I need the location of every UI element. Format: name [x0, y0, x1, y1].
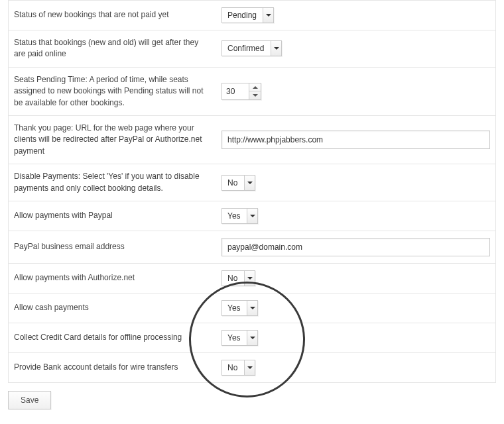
select-value: Yes: [222, 209, 245, 223]
label-allow-cash: Allow cash payments: [9, 293, 217, 323]
label-status-paid: Status that bookings (new and old) will …: [9, 30, 217, 68]
label-seats-pending: Seats Pending Time: A period of time, wh…: [9, 67, 217, 115]
save-button[interactable]: Save: [8, 391, 51, 409]
settings-form: Status of new bookings that are not paid…: [0, 0, 504, 423]
select-collect-cc[interactable]: Yes: [221, 330, 258, 346]
input-paypal-email[interactable]: [221, 238, 490, 256]
chevron-down-icon: [247, 209, 257, 223]
select-disable-payments[interactable]: No: [221, 175, 255, 191]
spinner-buttons[interactable]: [249, 83, 261, 99]
select-bank-wire[interactable]: No: [221, 360, 255, 376]
input-seats-pending[interactable]: 30: [221, 83, 261, 100]
chevron-down-icon: [244, 176, 255, 190]
select-value: No: [222, 176, 241, 190]
chevron-down-icon: [247, 301, 257, 315]
chevron-down-icon: [271, 41, 281, 56]
select-allow-cash[interactable]: Yes: [221, 300, 258, 316]
select-value: Yes: [222, 301, 245, 315]
label-allow-paypal: Allow payments with Paypal: [9, 201, 217, 231]
chevron-down-icon: [247, 331, 257, 345]
label-disable-payments: Disable Payments: Select 'Yes' if you wa…: [9, 164, 217, 201]
label-paypal-email: PayPal business email address: [9, 231, 217, 263]
chevron-up-icon[interactable]: [249, 83, 261, 91]
label-status-unpaid: Status of new bookings that are not paid…: [9, 1, 217, 30]
select-value: No: [222, 360, 241, 375]
chevron-down-icon: [263, 8, 273, 23]
label-bank-wire: Provide Bank account details for wire tr…: [9, 352, 217, 382]
select-allow-paypal[interactable]: Yes: [221, 208, 258, 224]
select-value: Yes: [222, 331, 245, 345]
label-collect-cc: Collect Credit Card details for offline …: [9, 323, 217, 352]
select-value: Confirmed: [222, 41, 268, 56]
chevron-down-icon[interactable]: [249, 91, 261, 99]
select-status-unpaid[interactable]: Pending: [221, 7, 274, 23]
select-status-paid[interactable]: Confirmed: [221, 40, 282, 56]
select-value: No: [222, 271, 241, 286]
chevron-down-icon: [244, 360, 255, 375]
settings-table: Status of new bookings that are not paid…: [8, 0, 496, 383]
label-thankyou: Thank you page: URL for the web page whe…: [9, 115, 217, 164]
input-thankyou-url[interactable]: [221, 131, 490, 149]
label-allow-authnet: Allow payments with Authorize.net: [9, 263, 217, 293]
select-value: Pending: [222, 8, 261, 23]
chevron-down-icon: [244, 271, 255, 286]
spinner-value: 30: [222, 83, 249, 99]
select-allow-authnet[interactable]: No: [221, 270, 255, 286]
